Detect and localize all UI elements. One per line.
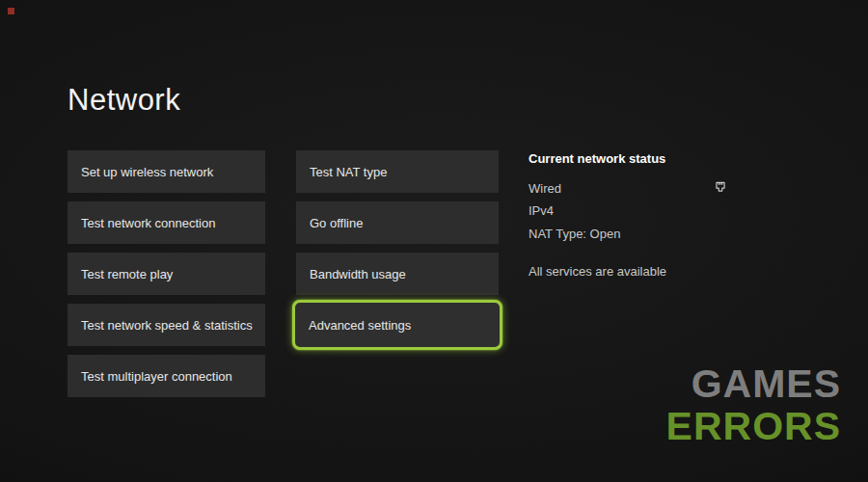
- button-test-remote-play[interactable]: Test remote play: [68, 253, 265, 295]
- status-heading: Current network status: [529, 151, 665, 166]
- button-test-network-speed-statistics[interactable]: Test network speed & statistics: [68, 304, 265, 346]
- status-connection-type: Wired: [529, 181, 561, 196]
- record-indicator-dot: [8, 8, 14, 14]
- status-ip-version: IPv4: [529, 203, 554, 218]
- button-advanced-settings[interactable]: Advanced settings: [292, 300, 502, 350]
- button-go-offline[interactable]: Go offline: [296, 201, 499, 244]
- button-test-network-connection[interactable]: Test network connection: [68, 201, 265, 244]
- button-setup-wireless-network[interactable]: Set up wireless network: [68, 150, 265, 193]
- button-bandwidth-usage[interactable]: Bandwidth usage: [296, 253, 499, 295]
- network-settings-screen: Network Set up wireless network Test net…: [0, 0, 868, 482]
- status-services-availability: All services are available: [529, 264, 666, 279]
- watermark-line-errors: ERRORS: [666, 405, 841, 447]
- watermark-line-games: GAMES: [666, 362, 841, 405]
- watermark-logo: GAMES ERRORS: [666, 362, 841, 447]
- ethernet-icon: [714, 180, 727, 194]
- status-nat-type: NAT Type: Open: [529, 227, 620, 241]
- button-test-nat-type[interactable]: Test NAT type: [296, 150, 499, 193]
- button-test-multiplayer-connection[interactable]: Test multiplayer connection: [68, 355, 265, 397]
- page-title: Network: [68, 83, 180, 118]
